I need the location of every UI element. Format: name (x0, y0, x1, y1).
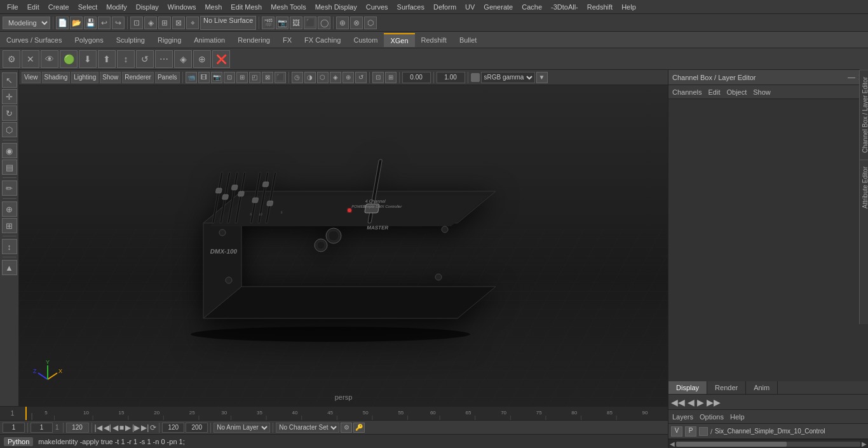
shelf-xgen-icon8[interactable]: ⋯ (155, 50, 173, 68)
no-live-surface-btn[interactable]: No Live Surface (200, 16, 256, 30)
layers-options-item[interactable]: Options (700, 413, 724, 421)
open-file-icon[interactable]: 📂 (70, 17, 83, 29)
xgen-icon-lt[interactable]: ▲ (2, 260, 17, 275)
show-menu-btn[interactable]: Show (100, 72, 121, 83)
dra-tab-render[interactable]: Render (707, 381, 746, 394)
playback-settings-icon[interactable]: ⚙ (341, 423, 352, 433)
menu-mesh-tools[interactable]: Mesh Tools (266, 2, 310, 12)
viewport-canvas[interactable]: POWER 4 Channel Simple DMX Controller MA… (19, 85, 668, 406)
vp-shading6[interactable]: ↺ (355, 72, 367, 83)
vp-shading1[interactable]: ◷ (292, 72, 303, 83)
tab-fx[interactable]: FX (276, 34, 298, 46)
render-icon3[interactable]: 🖼 (290, 17, 302, 29)
play-back-btn[interactable]: ◀ (112, 423, 118, 432)
menu-mesh[interactable]: Mesh (200, 2, 226, 12)
misc-icon3[interactable]: ⬡ (364, 17, 377, 29)
object-menu-item[interactable]: Object (726, 88, 747, 96)
tab-polygons[interactable]: Polygons (68, 34, 109, 46)
go-start-btn[interactable]: |◀ (95, 423, 102, 432)
render-icon5[interactable]: ◯ (318, 17, 330, 29)
scale-tool-icon[interactable]: ⬡ (2, 122, 17, 137)
rp-minimize-btn[interactable]: — (848, 73, 855, 82)
tab-fx-caching[interactable]: FX Caching (298, 34, 347, 46)
vp-icon7[interactable]: ⊠ (262, 72, 273, 83)
paint-tool-icon[interactable]: ✏ (2, 180, 17, 196)
layer-playback-btn[interactable]: P (685, 426, 696, 437)
tab-redshift[interactable]: Redshift (415, 34, 453, 46)
menu-modify[interactable]: Modify (102, 2, 131, 12)
end-frame-field[interactable] (186, 423, 208, 433)
rotation-x-field[interactable] (402, 72, 431, 83)
play-fwd-btn[interactable]: ▶ (125, 423, 131, 432)
start-frame-field[interactable] (31, 423, 53, 433)
range-end-field[interactable] (162, 423, 184, 433)
view-menu-btn[interactable]: View (22, 72, 41, 83)
attr-editor-tab[interactable]: Attribute Editor (860, 160, 868, 215)
vp-shading4[interactable]: ◈ (330, 72, 341, 83)
isolate-icon[interactable]: ↕ (2, 239, 17, 254)
tab-rendering[interactable]: Rendering (231, 34, 276, 46)
tab-xgen[interactable]: XGen (384, 33, 414, 47)
tab-bullet[interactable]: Bullet (453, 34, 484, 46)
menu-select[interactable]: Select (74, 2, 102, 12)
vp-icon10[interactable]: ⊞ (385, 72, 397, 83)
display-icon2[interactable]: ⊞ (2, 218, 17, 233)
vp-icon8[interactable]: ⬛ (275, 72, 286, 83)
renderer-menu-btn[interactable]: Renderer (122, 72, 154, 83)
menu-redshift[interactable]: Redshift (583, 2, 617, 12)
layer-back-btn[interactable]: ◀ (688, 397, 695, 407)
misc-icon2[interactable]: ⊗ (350, 17, 363, 29)
scroll-thumb[interactable] (676, 442, 787, 447)
soft-select-icon[interactable]: ◉ (2, 143, 17, 158)
misc-icon1[interactable]: ⊕ (336, 17, 349, 29)
menu-generate[interactable]: Generate (479, 2, 517, 12)
shelf-xgen-icon9[interactable]: ◈ (174, 50, 192, 68)
vp-icon5[interactable]: ⊞ (236, 72, 248, 83)
redo-icon[interactable]: ↪ (112, 17, 125, 29)
layer-color-swatch[interactable] (699, 427, 708, 436)
stop-btn[interactable]: ■ (119, 423, 124, 432)
vp-icon6[interactable]: ◰ (249, 72, 261, 83)
layer-fwd-btn[interactable]: ▶ (697, 397, 704, 407)
vp-icon3[interactable]: 📷 (211, 72, 222, 83)
rotate-tool-icon[interactable]: ↻ (2, 105, 17, 121)
scroll-right-btn[interactable]: ▶ (862, 440, 867, 447)
vp-shading5[interactable]: ⊕ (342, 72, 354, 83)
select-tool-icon[interactable]: ↖ (2, 72, 17, 88)
loop-btn[interactable]: ⟳ (150, 423, 156, 432)
layers-scrollbar[interactable]: ◀ ▶ (668, 439, 868, 448)
menu-cache[interactable]: Cache (517, 2, 546, 12)
vp-icon9[interactable]: ⊡ (372, 72, 384, 83)
dra-tab-display[interactable]: Display (668, 381, 707, 394)
display-icon1[interactable]: ⊕ (2, 201, 17, 217)
shelf-xgen-icon7[interactable]: ↺ (136, 50, 154, 68)
undo-icon[interactable]: ↩ (98, 17, 111, 29)
tab-curves-surfaces[interactable]: Curves / Surfaces (0, 34, 68, 46)
render-icon2[interactable]: 📷 (276, 17, 288, 29)
vp-icon2[interactable]: 🎞 (198, 72, 210, 83)
shading-menu-btn[interactable]: Shading (42, 72, 71, 83)
key-icon[interactable]: 🔑 (353, 423, 365, 433)
scroll-left-btn[interactable]: ◀ (670, 440, 675, 447)
snap-icon4[interactable]: ⊠ (172, 17, 185, 29)
menu-uv[interactable]: UV (461, 2, 479, 12)
menu-edit-mesh[interactable]: Edit Mesh (226, 2, 266, 12)
menu-create[interactable]: Create (44, 2, 74, 12)
layers-help-item[interactable]: Help (730, 413, 745, 421)
menu-file[interactable]: File (3, 2, 23, 12)
tab-sculpting[interactable]: Sculpting (110, 34, 151, 46)
channel-box-tab[interactable]: Channel Box / Layer Editor (860, 70, 868, 160)
new-file-icon[interactable]: 📄 (56, 17, 69, 29)
workspace-select[interactable]: Modeling (3, 17, 50, 29)
layers-menu-item[interactable]: Layers (672, 413, 693, 421)
menu-deform[interactable]: Deform (429, 2, 461, 12)
menu-surfaces[interactable]: Surfaces (393, 2, 429, 12)
snap-icon3[interactable]: ⊞ (158, 17, 171, 29)
dra-tab-anim[interactable]: Anim (746, 381, 778, 394)
menu-curves[interactable]: Curves (362, 2, 393, 12)
go-end-btn[interactable]: ▶| (141, 423, 149, 432)
tab-rigging[interactable]: Rigging (151, 34, 187, 46)
channels-menu-item[interactable]: Channels (672, 88, 702, 96)
shelf-xgen-icon11[interactable]: ❌ (212, 50, 230, 68)
menu-mesh-display[interactable]: Mesh Display (311, 2, 362, 12)
